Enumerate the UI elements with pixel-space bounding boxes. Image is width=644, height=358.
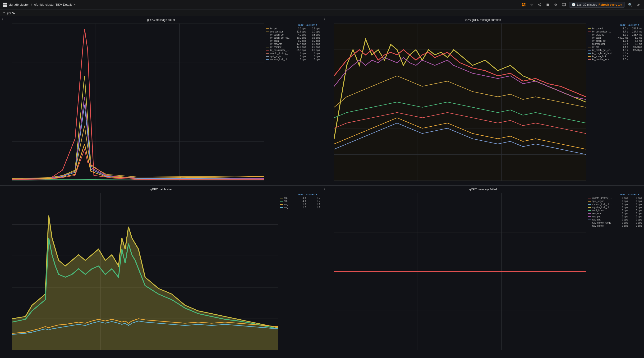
legend-row[interactable]: kv_scan_lock 2.0 s (588, 55, 642, 58)
legend-item-max: 0 ops (614, 218, 628, 221)
legend-row[interactable]: register_lock_observer 0 ops 0 ops (588, 206, 642, 209)
legend-item-name: kv_commit (270, 46, 291, 48)
legend-row[interactable]: coprocessor 12.6 ops 1.7 ops (266, 30, 320, 33)
legend-row[interactable]: kv_commit 13.6 ops 0.0 ops (266, 46, 320, 48)
legend-failed: max current▾ unsafe_destroy_range 0 ops … (587, 192, 644, 355)
breadcrumb-chevron-icon[interactable]: ▾ (74, 3, 76, 6)
panel-info-icon-2[interactable]: i (324, 18, 324, 21)
legend-row[interactable]: 99% response 4.8 1.5 (280, 197, 320, 200)
legend-item-current: 0 ops (629, 215, 642, 218)
refresh-icon[interactable]: ⟳ (636, 2, 641, 8)
legend-item-current: 0 ops (629, 222, 642, 224)
legend-row[interactable]: kv_batch_get 1.6 s 3.3 ms (588, 40, 642, 42)
save-icon[interactable] (545, 2, 551, 7)
legend-item-name: kv_get (270, 27, 291, 30)
breadcrumb-cluster[interactable]: cfq-tidb-cluster (8, 3, 29, 6)
legend-row[interactable]: raw_scan 0 ops 0 ops (588, 212, 642, 215)
legend-item-current: 0 ops (307, 58, 320, 61)
legend-row[interactable]: kv_pessimistic_lock 3.7 s 127.4 ms (588, 30, 642, 33)
panel-grpc-message-failed: i gRPC message failed 1.0 ops (322, 186, 644, 355)
legend-row[interactable]: kv_txn_heart_beat 2.0 s (588, 52, 642, 54)
legend-color-swatch (266, 44, 269, 44)
search-icon[interactable]: 🔍 (627, 2, 634, 8)
legend-max-header[interactable]: max (289, 24, 304, 26)
legend-item-name: kv_batch_get (270, 34, 291, 36)
panel-info-icon[interactable]: i (2, 18, 2, 21)
legend-current-header-3[interactable]: current▾ (306, 193, 320, 196)
panel-title-message-count: gRPC message count (147, 18, 175, 22)
breadcrumb-detail[interactable]: cfq-tidb-cluster-TiKV-Details (34, 3, 72, 6)
time-range-label: Last 30 minutes (577, 3, 597, 6)
dashboard-icon[interactable] (520, 2, 527, 7)
legend-row[interactable]: kv_batch_get_command 1.3 s 495.0 μs (588, 49, 642, 52)
legend-color-swatch (588, 32, 591, 32)
legend-row[interactable]: kv_get 1.4 s 495.0 μs (588, 46, 642, 48)
legend-row[interactable]: read_index 0 ops 0 ops (588, 209, 642, 212)
time-range-picker[interactable]: 🕐 Last 30 minutes Refresh every 1m (569, 2, 625, 8)
legend-item-max: 30.1 ops (292, 36, 306, 39)
panel-info-icon-4[interactable]: i (324, 188, 324, 190)
legend-row[interactable]: raw_delete_range 0 ops 0 ops (588, 222, 642, 224)
legend-row[interactable]: remove_lock_observer 0 ops 0 ops (266, 58, 320, 61)
legend-item-name: coprocessor (270, 30, 291, 33)
legend-max-header-4[interactable]: max (611, 193, 626, 196)
legend-row[interactable]: raw_get 0 ops 0 ops (588, 218, 642, 221)
legend-row[interactable]: kv_resolve_lock 2.0 s (588, 58, 642, 61)
legend-item-max: 4.1 ops (292, 34, 306, 36)
legend-row[interactable]: unsafe_destroy_range 0 ops 0 ops (588, 197, 642, 200)
legend-item-name: remove_lock_observer (270, 58, 291, 61)
legend-row[interactable]: avg response 1.3 1.0 (280, 203, 320, 206)
legend-row[interactable]: kv_get 3.3 ops 2.8 ops (266, 27, 320, 30)
legend-row[interactable]: 99% request 4.0 1.5 (280, 200, 320, 202)
legend-row[interactable]: kv_scan 489.0 ms 3.9 ms (588, 36, 642, 39)
star-icon[interactable]: ☆ (529, 2, 535, 8)
share-icon[interactable] (536, 2, 543, 7)
panel-header-batch-size: gRPC batch size (0, 186, 322, 192)
monitor-icon[interactable] (560, 2, 567, 7)
legend-row[interactable]: kv_pessimistic_lock 125.9 ops 0.0 ops (266, 49, 320, 52)
legend-color-swatch (266, 32, 269, 32)
dashboard-grid: i gRPC message count 150 ops 100 ops 50 … (0, 16, 644, 355)
legend-color-swatch (588, 47, 591, 48)
legend-max-header-2[interactable]: max (611, 24, 626, 26)
panel-content-message-count: 150 ops 100 ops 50 ops 0 ops 21:40 21:50… (0, 22, 322, 186)
legend-item-max: 1.9 s (614, 34, 628, 36)
legend-item-name: kv_resolve_lock (592, 58, 613, 61)
legend-max-header-3[interactable]: max (289, 193, 304, 196)
legend-current-header-2[interactable]: current▾ (628, 24, 642, 26)
settings-icon[interactable]: ⚙ (553, 2, 559, 8)
legend-item-name: kv_txn_heart_beat (592, 52, 613, 54)
legend-item-name: avg request (284, 206, 291, 209)
legend-row[interactable]: remove_lock_observer 0 ops 0 ops (588, 203, 642, 206)
legend-item-max: 0 ops (614, 224, 628, 227)
legend-row[interactable]: kv_prewrite 1.9 s 126.7 ms (588, 34, 642, 36)
legend-current-header-4[interactable]: current▾ (628, 193, 642, 196)
legend-row[interactable]: kv_prewrite 13.4 ops 0.0 ops (266, 43, 320, 45)
svg-line-7 (539, 4, 540, 4)
legend-color-swatch (588, 28, 591, 29)
legend-item-name: coprocessor (592, 43, 613, 45)
legend-item-max: 125.9 ops (292, 49, 306, 52)
legend-row[interactable]: unsafe_destroy_range 0 ops 0 ops (266, 52, 320, 54)
legend-color-swatch (280, 201, 283, 202)
legend-item-name: raw_delete_range (592, 222, 613, 224)
legend-row[interactable]: raw_put 0 ops 0 ops (588, 215, 642, 218)
legend-row[interactable]: split_region 0 ops 0 ops (266, 55, 320, 58)
app-logo[interactable] (3, 2, 7, 7)
legend-item-current: 3.2 ms (629, 43, 642, 45)
legend-current-header[interactable]: current▾ (306, 24, 320, 26)
panel-grpc-message-count: i gRPC message count 150 ops 100 ops 50 … (0, 16, 322, 186)
legend-row[interactable]: kv_batch_get 4.1 ops 0.8 ops (266, 34, 320, 36)
legend-row[interactable]: kv_batch_get_command 30.1 ops 0.6 ops (266, 36, 320, 39)
section-toggle[interactable]: ▼ (3, 12, 5, 14)
svg-point-5 (540, 6, 541, 6)
legend-color-swatch (588, 53, 591, 54)
legend-row[interactable]: split_region 0 ops 0 ops (588, 200, 642, 202)
legend-item-name: raw_delete (592, 224, 613, 227)
legend-row[interactable]: kv_commit 2.0 s 254.7 ms (588, 27, 642, 30)
legend-row[interactable]: kv_scan 0.2 ops 0.2 ops (266, 40, 320, 42)
panel-content-batch-size: 5 4 3 2 1 0 21:40 21:50 22:00 (0, 192, 322, 355)
legend-row[interactable]: raw_delete 0 ops 0 ops (588, 224, 642, 227)
legend-row[interactable]: coprocessor 3.8 s 3.2 ms (588, 43, 642, 45)
legend-row[interactable]: avg request 1.2 1.0 (280, 206, 320, 209)
